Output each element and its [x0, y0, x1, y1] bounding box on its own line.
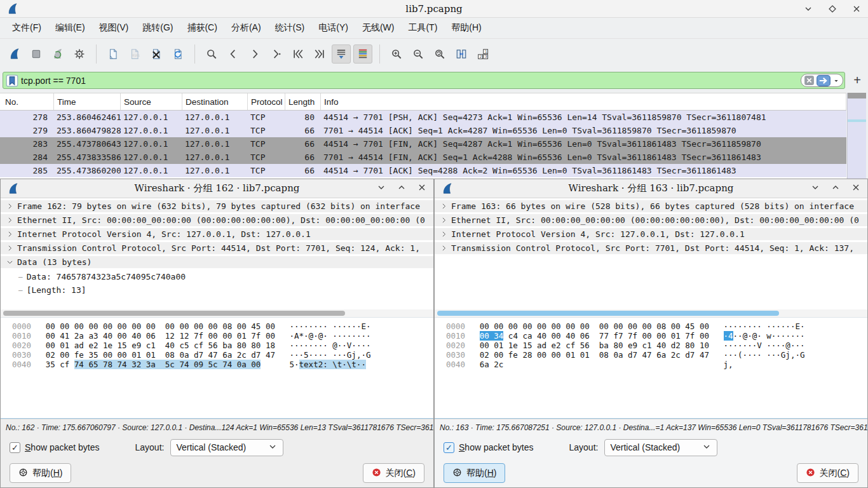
ascii-bytes[interactable]: ··@·@·	[733, 331, 762, 341]
close-button[interactable]: 关闭(C)	[363, 463, 424, 483]
hex-bytes[interactable]: 02 00 fe 35 00 00 01 01	[46, 350, 156, 360]
show-packet-bytes-checkbox[interactable]: ✓	[444, 442, 454, 453]
filter-dropdown-caret-icon[interactable]	[832, 77, 840, 85]
column-header-info[interactable]: Info	[321, 93, 846, 110]
expand-icon[interactable]	[4, 201, 15, 212]
hex-bytes[interactable]: 02 00 fe 28 00 00 01 01	[480, 350, 590, 360]
packet-row-283[interactable]: 283255.473780643127.0.0.1127.0.0.1TCP664…	[0, 137, 846, 151]
ascii-bytes[interactable]: ·······V	[724, 341, 762, 350]
menu-c[interactable]: 捕获(C)	[180, 19, 224, 37]
hex-bytes[interactable]: 6a 2c	[480, 360, 504, 369]
ascii-bytes[interactable]: @··V····	[332, 341, 370, 350]
layout-select[interactable]: Vertical (Stacked)	[170, 439, 283, 456]
ascii-bytes[interactable]: j,	[724, 360, 733, 369]
hex-bytes[interactable]	[156, 331, 165, 341]
hex-bytes[interactable]: 00 00 00 00 00 00 00 00	[46, 322, 156, 331]
expand-icon[interactable]	[4, 243, 15, 254]
capture-options-icon[interactable]	[70, 44, 89, 64]
numbered-columns-icon[interactable]: 123	[473, 44, 492, 64]
hex-row-0040[interactable]: 0040 6a 2c j,	[435, 360, 867, 369]
ascii-bytes[interactable]: ······E·	[332, 322, 370, 331]
hex-bytes[interactable]: 12 12 7f 00 00 01 7f 00	[165, 331, 275, 341]
menu-y[interactable]: 电话(Y)	[311, 19, 355, 37]
hex-bytes[interactable]: 35 cf	[46, 360, 74, 369]
hex-bytes[interactable]: c4 ca 40 00 40 06	[508, 331, 590, 341]
filter-apply-icon[interactable]	[817, 74, 831, 88]
packet-row-278[interactable]: 278253.860462461127.0.0.1127.0.0.1TCP804…	[0, 111, 846, 124]
close-icon[interactable]	[851, 182, 861, 195]
close-icon[interactable]	[417, 182, 427, 195]
hex-bytes[interactable]: 00 00 00 00 08 00 45 00	[599, 322, 709, 331]
tree-row[interactable]: Frame 163: 66 bytes on wire (528 bits), …	[435, 200, 867, 214]
packet-row-285[interactable]: 285255.473860200127.0.0.1127.0.0.1TCP664…	[0, 164, 846, 177]
expand-icon[interactable]	[438, 201, 449, 212]
minimize-icon[interactable]	[803, 4, 813, 14]
previous-packet-icon[interactable]	[224, 44, 243, 64]
tree-row[interactable]: Data (13 bytes)	[1, 256, 433, 270]
ascii-bytes[interactable]: ········	[290, 341, 328, 350]
tree-row[interactable]: Transmission Control Protocol, Src Port:…	[435, 242, 867, 256]
ascii-bytes[interactable]: ········	[332, 331, 370, 341]
hex-row-0010[interactable]: 0010 00 41 2a a3 40 00 40 06 12 12 7f 00…	[1, 331, 433, 341]
tree-row[interactable]: Internet Protocol Version 4, Src: 127.0.…	[1, 228, 433, 242]
menu-t[interactable]: 工具(T)	[401, 19, 444, 37]
close-file-icon[interactable]	[147, 44, 166, 64]
ascii-bytes[interactable]: ········	[290, 322, 328, 331]
menu-a[interactable]: 分析(A)	[224, 19, 268, 37]
ascii-bytes[interactable]: ········	[724, 322, 762, 331]
hex-bytes[interactable]: 40 c5 cf 56 ba 80 80 18	[165, 341, 275, 350]
hex-row-0020[interactable]: 0020 00 01 ad e2 1e 15 e9 c1 40 c5 cf 56…	[1, 341, 433, 350]
minimize-icon[interactable]	[810, 182, 820, 195]
hex-bytes[interactable]: 74 65 78 74 32 3a 5c 74 09 5c 74 0a 00	[74, 360, 261, 369]
colorize-icon[interactable]	[353, 44, 372, 64]
layout-select[interactable]: Vertical (Stacked)	[604, 439, 717, 456]
menu-w[interactable]: 无线(W)	[355, 19, 402, 37]
ascii-bytes[interactable]: ···5····	[290, 350, 328, 360]
next-packet-icon[interactable]	[245, 44, 264, 64]
menu-e[interactable]: 编辑(E)	[48, 19, 92, 37]
hex-bytes[interactable]	[503, 331, 508, 341]
ascii-bytes[interactable]: ···(····	[724, 350, 762, 360]
hex-bytes[interactable]	[156, 350, 165, 360]
hex-row-0000[interactable]: 0000 00 00 00 00 00 00 00 00 00 00 00 00…	[1, 322, 433, 331]
hex-bytes[interactable]: 00 34	[480, 331, 504, 341]
first-packet-icon[interactable]	[288, 44, 308, 64]
packet-list-scrollbar[interactable]	[847, 93, 866, 179]
stop-capture-icon[interactable]	[27, 44, 46, 64]
packet-row-284[interactable]: 284255.473833586127.0.0.1127.0.0.1TCP667…	[0, 151, 846, 164]
menu-f[interactable]: 文件(F)	[5, 19, 48, 37]
expand-icon[interactable]	[4, 229, 15, 240]
hex-bytes[interactable]: 08 0a d7 47 6a 2c d7 47	[599, 350, 709, 360]
scrollbar-thumb[interactable]	[3, 311, 345, 316]
auto-scroll-icon[interactable]	[332, 44, 351, 64]
hex-bytes[interactable]	[590, 350, 599, 360]
hex-row-0030[interactable]: 0030 02 00 fe 28 00 00 01 01 08 0a d7 47…	[435, 350, 867, 360]
ascii-bytes[interactable]: ···Gj,·G	[766, 350, 804, 360]
ascii-bytes[interactable]: ······E·	[766, 322, 804, 331]
filter-bookmark-icon[interactable]	[5, 74, 19, 88]
main-titlebar[interactable]: lib7.pcapng	[0, 0, 868, 18]
tree-row[interactable]: Ethernet II, Src: 00:00:00_00:00:00 (00:…	[435, 214, 867, 228]
hex-bytes[interactable]: 08 0a d7 47 6a 2c d7 47	[165, 350, 275, 360]
ascii-bytes[interactable]: ····@···	[766, 341, 804, 350]
tree-row[interactable]: [Length: 13]	[1, 283, 433, 297]
dialog-titlebar[interactable]: Wireshark · 分组 162 · lib7.pcapng	[1, 179, 433, 198]
ascii-bytes[interactable]: ·4	[724, 331, 733, 341]
ascii-bytes[interactable]: ·A*·@·@·	[290, 331, 328, 341]
open-file-icon[interactable]	[104, 44, 123, 64]
ascii-bytes[interactable]: text2: \t·\t··	[299, 360, 366, 369]
filter-clear-icon[interactable]	[804, 75, 815, 86]
filter-input[interactable]: tcp.port == 7701	[3, 72, 845, 89]
hex-bytes[interactable]: 00 00 00 00 00 00 00 00	[480, 322, 590, 331]
tree-row[interactable]: Internet Protocol Version 4, Src: 127.0.…	[435, 228, 867, 242]
help-button[interactable]: 帮助(H)	[10, 463, 71, 483]
hex-row-0020[interactable]: 0020 00 01 1e 15 ad e2 cf 56 ba 80 e9 c1…	[435, 341, 867, 350]
expand-icon[interactable]	[438, 243, 449, 254]
hex-bytes[interactable]	[590, 331, 599, 341]
column-header-length[interactable]: Length	[285, 93, 321, 110]
close-button[interactable]: 关闭(C)	[797, 463, 858, 483]
maximize-icon[interactable]	[827, 4, 837, 14]
scrollbar-thumb[interactable]	[848, 93, 866, 98]
column-header-protocol[interactable]: Protocol	[248, 93, 285, 110]
tree-row[interactable]: Transmission Control Protocol, Src Port:…	[1, 242, 433, 256]
